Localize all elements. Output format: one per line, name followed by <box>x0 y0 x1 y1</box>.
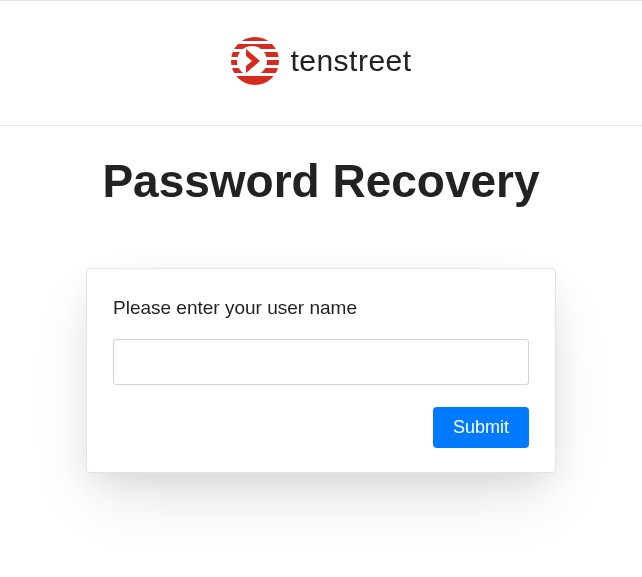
username-prompt: Please enter your user name <box>113 297 529 319</box>
form-actions: Submit <box>113 407 529 448</box>
recovery-form-card: Please enter your user name Submit <box>86 268 556 473</box>
main-content: Password Recovery Please enter your user… <box>0 126 642 473</box>
svg-rect-1 <box>230 36 280 41</box>
svg-rect-12 <box>230 81 280 86</box>
svg-rect-2 <box>230 41 280 44</box>
header: tenstreet <box>0 0 642 126</box>
brand-name: tenstreet <box>290 44 411 78</box>
username-input[interactable] <box>113 339 529 385</box>
page-title: Password Recovery <box>0 154 642 208</box>
brand-logo: tenstreet <box>230 36 411 86</box>
submit-button[interactable]: Submit <box>433 407 529 448</box>
svg-rect-11 <box>230 76 280 81</box>
tenstreet-logo-icon <box>230 36 280 86</box>
